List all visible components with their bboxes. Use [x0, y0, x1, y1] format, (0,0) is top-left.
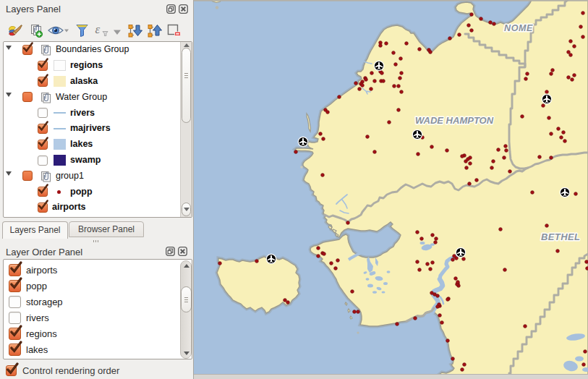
- svg-text:BETHEL: BETHEL: [541, 231, 580, 242]
- svg-text:NOME: NOME: [504, 23, 533, 33]
- svg-text:ε: ε: [95, 24, 101, 36]
- svg-text:WADE HAMPTON: WADE HAMPTON: [415, 115, 494, 126]
